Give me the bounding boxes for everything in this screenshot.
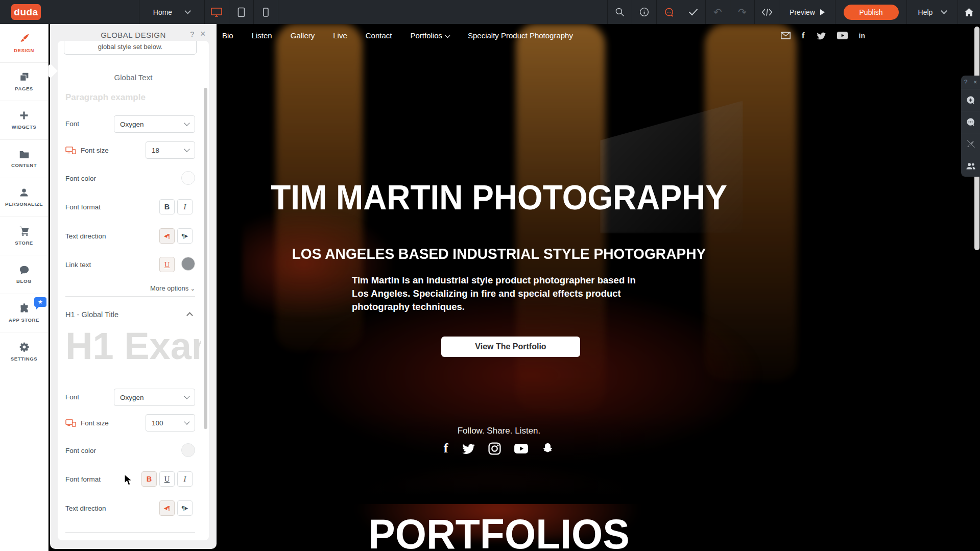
h1-italic-button[interactable]: I	[177, 471, 193, 487]
hide-comments-icon	[966, 139, 975, 149]
add-comment-button[interactable]	[961, 89, 980, 111]
brush-icon	[19, 33, 30, 44]
facebook-icon[interactable]: f	[444, 442, 448, 455]
font-size-dropdown[interactable]: 18	[146, 141, 195, 159]
sidebar-item-design[interactable]: DESIGN	[0, 24, 48, 63]
snapchat-icon[interactable]	[541, 442, 554, 455]
tools-help[interactable]: ?	[964, 79, 968, 86]
check-icon	[688, 8, 698, 16]
youtube-icon[interactable]	[837, 32, 848, 39]
facebook-icon[interactable]: f	[802, 31, 805, 41]
bold-button[interactable]: B	[159, 199, 175, 214]
link-color-swatch[interactable]	[181, 257, 195, 271]
sidebar-label-settings: SETTINGS	[11, 356, 37, 362]
sidebar-label-content: CONTENT	[11, 162, 37, 168]
global-text-heading: Global Text	[58, 73, 209, 82]
h1-text-direction-label: Text direction	[65, 505, 106, 512]
preview-button[interactable]: Preview	[779, 0, 835, 24]
linkedin-icon[interactable]: in	[859, 32, 865, 40]
desktop-view-button[interactable]	[204, 0, 229, 24]
nav-link-bio[interactable]: Bio	[222, 31, 233, 40]
code-icon	[761, 8, 773, 16]
undo-button[interactable]: ↶	[705, 0, 730, 24]
sidebar-item-blog[interactable]: BLOG	[0, 255, 48, 294]
chat-bubble-icon	[19, 265, 30, 275]
nav-link-portfolios[interactable]: Portfolios	[410, 31, 449, 40]
editor-topbar: duda Home ↶ ↷	[0, 0, 980, 24]
publish-segment: Publish	[835, 0, 906, 24]
page-selector-label: Home	[153, 8, 172, 16]
sidebar-item-settings[interactable]: SETTINGS	[0, 332, 48, 371]
link-underline-button[interactable]: U	[159, 257, 175, 272]
info-icon	[639, 7, 649, 17]
info-button[interactable]	[632, 0, 656, 24]
chevron-up-icon[interactable]	[186, 312, 193, 319]
sidebar-item-widgets[interactable]: WIDGETS	[0, 101, 48, 140]
sidebar-label-pages: PAGES	[15, 86, 33, 91]
dashboard-home-button[interactable]	[958, 0, 980, 24]
comments-button[interactable]	[961, 111, 980, 133]
youtube-icon[interactable]	[514, 444, 528, 453]
search-button[interactable]	[607, 0, 632, 24]
nav-link-contact[interactable]: Contact	[366, 31, 392, 40]
folder-icon	[19, 150, 30, 159]
sidebar-item-app-store[interactable]: APP STORE ★	[0, 294, 48, 333]
font-dropdown[interactable]: Oxygen	[114, 115, 195, 133]
panel-close-icon[interactable]: ×	[200, 29, 206, 39]
panel-scrollbar[interactable]	[204, 88, 207, 429]
gear-icon	[19, 342, 30, 352]
link-text-label: Link text	[65, 261, 91, 269]
more-options-link[interactable]: More options ⌄	[58, 284, 195, 292]
h1-bold-button[interactable]: B	[141, 471, 157, 487]
instagram-icon[interactable]	[488, 442, 501, 455]
direction-ltr-button[interactable]: ◂¶	[159, 228, 175, 244]
tablet-view-button[interactable]	[229, 0, 253, 24]
view-portfolio-button[interactable]: View The Portfolio	[441, 337, 580, 357]
feedback-bubble-icon	[664, 7, 674, 17]
nav-link-gallery[interactable]: Gallery	[291, 31, 315, 40]
font-color-swatch[interactable]	[181, 171, 195, 185]
home-icon	[964, 8, 974, 17]
font-value: Oxygen	[120, 121, 144, 128]
sidebar-item-personalize[interactable]: PERSONALIZE	[0, 178, 48, 217]
help-menu[interactable]: Help	[906, 0, 958, 24]
mobile-view-button[interactable]	[253, 0, 278, 24]
link-text-group: U	[159, 257, 175, 272]
nav-link-live[interactable]: Live	[333, 31, 347, 40]
h1-underline-button[interactable]: U	[159, 471, 175, 487]
sidebar-item-content[interactable]: CONTENT	[0, 140, 48, 179]
tools-close-icon[interactable]: ×	[973, 79, 977, 86]
h1-direction-ltr-button[interactable]: ◂¶	[159, 500, 175, 516]
h1-font-color-label: Font color	[65, 447, 96, 454]
duda-logo[interactable]: duda	[11, 4, 41, 20]
sidebar-label-personalize: PERSONALIZE	[5, 201, 43, 207]
paragraph-example-preview: Paragraph example	[65, 92, 146, 103]
help-label: Help	[918, 8, 933, 16]
twitter-icon[interactable]	[816, 32, 826, 40]
hide-comments-button[interactable]	[961, 133, 980, 155]
italic-button[interactable]: I	[177, 199, 193, 214]
section-divider	[65, 296, 195, 297]
panel-help-button[interactable]: ?	[190, 30, 194, 38]
h1-font-dropdown[interactable]: Oxygen	[114, 389, 195, 406]
h1-font-size-dropdown[interactable]: 100	[146, 414, 195, 432]
nav-link-listen[interactable]: Listen	[252, 31, 272, 40]
publish-button[interactable]: Publish	[844, 5, 899, 20]
h1-direction-rtl-button[interactable]: ¶▸	[177, 500, 193, 516]
page-selector[interactable]: Home	[139, 0, 204, 24]
sidebar-item-pages[interactable]: PAGES	[0, 63, 48, 102]
collaborators-button[interactable]	[961, 155, 980, 177]
direction-rtl-button[interactable]: ¶▸	[177, 228, 193, 244]
feedback-button[interactable]	[656, 0, 681, 24]
twitter-icon[interactable]	[461, 443, 475, 454]
email-icon[interactable]	[781, 32, 791, 39]
sidebar-label-design: DESIGN	[14, 47, 34, 53]
dev-mode-button[interactable]	[754, 0, 779, 24]
redo-button[interactable]: ↷	[730, 0, 754, 24]
h1-font-color-swatch[interactable]	[181, 443, 195, 457]
nav-link-specialty[interactable]: Specialty Product Photography	[468, 31, 573, 40]
save-check-button[interactable]	[681, 0, 705, 24]
sidebar-item-store[interactable]: STORE	[0, 217, 48, 256]
pilcrow-right-icon: ¶▸	[182, 232, 188, 240]
h1-font-value: Oxygen	[120, 394, 144, 401]
